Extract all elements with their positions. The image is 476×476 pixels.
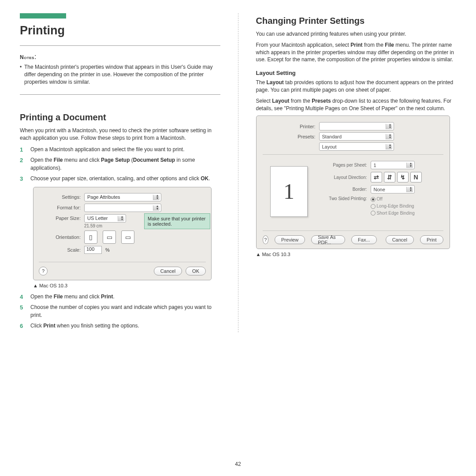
figure-caption: Mac OS 10.3 bbox=[33, 283, 220, 288]
settings-select[interactable]: Page Attributes▴▾ bbox=[84, 193, 161, 201]
layout-direction-label: Layout Direction: bbox=[321, 175, 367, 180]
notes-body: The Macintosh printer's properties windo… bbox=[20, 63, 220, 86]
layout-preview: 1 bbox=[263, 158, 316, 224]
step-text: Click Print when you finish setting the … bbox=[30, 323, 139, 329]
panel-select[interactable]: Layout▴▾ bbox=[319, 142, 394, 151]
save-as-pdf-button[interactable]: Save As PDF... bbox=[311, 235, 345, 244]
ok-button[interactable]: OK bbox=[186, 267, 206, 275]
help-button[interactable]: ? bbox=[263, 235, 269, 244]
heading-layout-setting: Layout Setting bbox=[256, 70, 457, 76]
page-number: 42 bbox=[0, 461, 476, 467]
scale-label: Scale: bbox=[39, 247, 81, 253]
step-text: Open a Macintosh application and select … bbox=[30, 146, 185, 152]
figure-caption: Mac OS 10.3 bbox=[256, 252, 457, 257]
two-sided-group: Off Long-Edge Binding Short Edge Binding bbox=[371, 196, 415, 216]
rule bbox=[20, 94, 220, 95]
paragraph: You can use advanced printing features w… bbox=[256, 30, 457, 38]
direction-3-icon[interactable]: ↯ bbox=[397, 172, 409, 182]
left-column: Printing Notes: The Macintosh printer's … bbox=[20, 13, 220, 332]
paragraph: Select Layout from the Presets drop-down… bbox=[256, 97, 457, 112]
orientation-portrait-icon[interactable]: ▯ bbox=[84, 231, 97, 244]
pages-per-sheet-label: Pages per Sheet: bbox=[321, 163, 367, 167]
step-text: Open the File menu and click Print. bbox=[30, 294, 115, 300]
heading-changing-printer-settings: Changing Printer Settings bbox=[256, 16, 457, 26]
preview-button[interactable]: Preview bbox=[275, 235, 305, 244]
scale-unit: % bbox=[105, 247, 110, 253]
printer-label: Printer: bbox=[263, 124, 316, 129]
layout-direction-group: ⇄ ⇵ ↯ N bbox=[371, 172, 422, 182]
print-dialog: Printer: ▴▾ Presets: Standard▴▾ . Layout… bbox=[256, 115, 450, 249]
presets-select[interactable]: Standard▴▾ bbox=[319, 132, 394, 141]
two-sided-label: Two Sided Printing: bbox=[321, 196, 367, 201]
settings-label: Settings: bbox=[39, 194, 81, 200]
cancel-button[interactable]: Cancel bbox=[154, 267, 182, 275]
direction-1-icon[interactable]: ⇄ bbox=[371, 172, 382, 182]
step-text: Choose your paper size, orientation, sca… bbox=[30, 175, 210, 182]
orientation-reverse-landscape-icon[interactable]: ▭ bbox=[121, 231, 134, 244]
border-label: Border: bbox=[321, 187, 367, 192]
orientation-landscape-icon[interactable]: ▭ bbox=[103, 231, 116, 244]
format-for-select[interactable]: ▴▾ bbox=[84, 204, 161, 212]
step-text: Open the File menu and click Page Setup … bbox=[30, 157, 195, 171]
paragraph: From your Macintosh application, select … bbox=[256, 41, 457, 63]
step-text: Choose the number of copies you want and… bbox=[30, 304, 212, 318]
cancel-button[interactable]: Cancel bbox=[386, 235, 414, 244]
paragraph: When you print with a Macintosh, you nee… bbox=[20, 127, 220, 142]
printer-select[interactable]: ▴▾ bbox=[319, 122, 394, 130]
presets-label: Presets: bbox=[263, 134, 316, 139]
heading-printing-document: Printing a Document bbox=[20, 112, 220, 123]
scale-input[interactable]: 100 bbox=[84, 246, 102, 254]
right-column: Changing Printer Settings You can use ad… bbox=[256, 13, 457, 332]
orientation-label: Orientation: bbox=[39, 234, 81, 240]
column-divider bbox=[238, 13, 238, 332]
radio-short-edge[interactable] bbox=[371, 211, 376, 216]
paper-size-select[interactable]: US Letter▴▾ bbox=[84, 214, 126, 223]
rule bbox=[20, 45, 220, 46]
fax-button[interactable]: Fax... bbox=[351, 235, 377, 244]
radio-long-edge[interactable] bbox=[371, 204, 376, 209]
notes-label: Notes bbox=[20, 54, 34, 60]
callout: Make sure that your printer is selected. bbox=[144, 213, 210, 229]
page-setup-dialog: Settings: Page Attributes▴▾ Format for: … bbox=[33, 187, 220, 280]
direction-4-icon[interactable]: N bbox=[410, 172, 422, 182]
paragraph: The Layout tab provides options to adjus… bbox=[256, 79, 457, 94]
format-for-label: Format for: bbox=[39, 205, 81, 210]
heading-printing: Printing bbox=[20, 24, 220, 37]
steps-list-2: 4 Open the File menu and click Print. 5C… bbox=[20, 293, 220, 330]
pages-per-sheet-select[interactable]: 1▴▾ bbox=[371, 161, 415, 169]
paper-size-label: Paper Size: bbox=[39, 216, 81, 221]
border-select[interactable]: None▴▾ bbox=[371, 185, 415, 193]
steps-list: 1Open a Macintosh application and select… bbox=[20, 145, 220, 182]
accent-bar bbox=[20, 13, 66, 19]
direction-2-icon[interactable]: ⇵ bbox=[384, 172, 395, 182]
orientation-group: ▯ ▭ ▭ bbox=[84, 231, 134, 244]
radio-off[interactable] bbox=[371, 197, 376, 202]
print-button[interactable]: Print bbox=[420, 235, 443, 244]
help-button[interactable]: ? bbox=[39, 267, 48, 275]
